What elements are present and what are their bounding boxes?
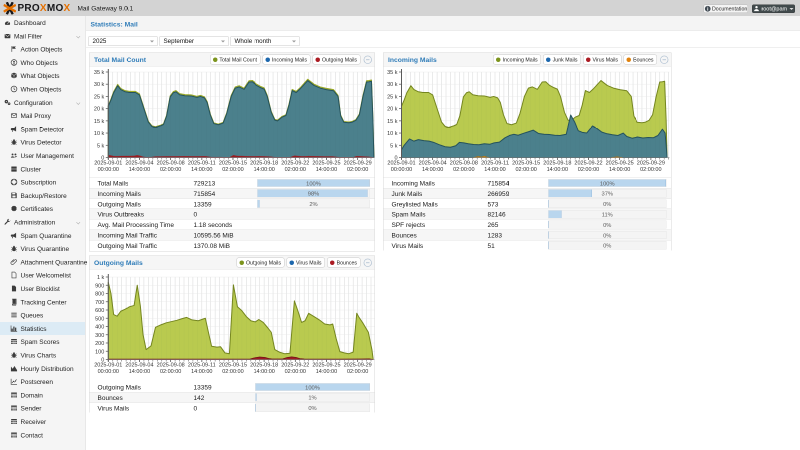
svg-text:2025-09-01: 2025-09-01: [94, 160, 122, 166]
svg-text:02:00:00: 02:00:00: [578, 166, 599, 172]
svg-text:2025-09-22: 2025-09-22: [281, 362, 309, 368]
svg-text:200: 200: [95, 340, 104, 346]
svg-text:2025-09-08: 2025-09-08: [157, 362, 185, 368]
svg-text:02:00:00: 02:00:00: [640, 166, 661, 172]
svg-text:14:00:00: 14:00:00: [253, 368, 274, 374]
svg-text:02:00:00: 02:00:00: [347, 368, 368, 374]
svg-text:14:00:00: 14:00:00: [191, 166, 212, 172]
svg-text:2025-09-15: 2025-09-15: [219, 160, 247, 166]
svg-text:2025-09-22: 2025-09-22: [574, 160, 602, 166]
svg-text:25 k: 25 k: [94, 93, 105, 99]
svg-text:00:00:00: 00:00:00: [98, 166, 119, 172]
svg-text:14:00:00: 14:00:00: [484, 166, 505, 172]
svg-text:15 k: 15 k: [387, 118, 398, 124]
svg-text:300: 300: [95, 332, 104, 338]
svg-text:14:00:00: 14:00:00: [316, 368, 337, 374]
svg-text:02:00:00: 02:00:00: [515, 166, 536, 172]
svg-text:02:00:00: 02:00:00: [222, 166, 243, 172]
svg-text:2025-09-29: 2025-09-29: [344, 362, 372, 368]
svg-text:2025-09-22: 2025-09-22: [281, 160, 309, 166]
svg-text:14:00:00: 14:00:00: [316, 166, 337, 172]
svg-text:2025-09-04: 2025-09-04: [125, 362, 153, 368]
svg-text:2025-09-11: 2025-09-11: [481, 160, 509, 166]
svg-text:2025-09-25: 2025-09-25: [606, 160, 634, 166]
svg-text:900: 900: [95, 282, 104, 288]
svg-text:500: 500: [95, 315, 104, 321]
svg-text:14:00:00: 14:00:00: [422, 166, 443, 172]
svg-text:14:00:00: 14:00:00: [191, 368, 212, 374]
svg-text:2025-09-01: 2025-09-01: [387, 160, 415, 166]
svg-text:2025-09-11: 2025-09-11: [188, 160, 216, 166]
svg-text:02:00:00: 02:00:00: [285, 368, 306, 374]
svg-text:02:00:00: 02:00:00: [222, 368, 243, 374]
svg-text:400: 400: [95, 324, 104, 330]
svg-text:2025-09-25: 2025-09-25: [312, 362, 340, 368]
svg-text:10 k: 10 k: [94, 130, 105, 136]
svg-text:1 k: 1 k: [97, 274, 105, 280]
svg-text:02:00:00: 02:00:00: [285, 166, 306, 172]
svg-text:02:00:00: 02:00:00: [453, 166, 474, 172]
svg-text:30 k: 30 k: [387, 81, 398, 87]
svg-text:14:00:00: 14:00:00: [547, 166, 568, 172]
svg-text:2025-09-08: 2025-09-08: [157, 160, 185, 166]
svg-text:15 k: 15 k: [94, 118, 105, 124]
svg-text:5 k: 5 k: [97, 142, 105, 148]
svg-text:2025-09-15: 2025-09-15: [512, 160, 540, 166]
svg-text:02:00:00: 02:00:00: [160, 166, 181, 172]
svg-text:35 k: 35 k: [387, 69, 398, 75]
svg-text:2025-09-01: 2025-09-01: [94, 362, 122, 368]
svg-text:10 k: 10 k: [387, 130, 398, 136]
svg-text:800: 800: [95, 291, 104, 297]
svg-text:14:00:00: 14:00:00: [129, 166, 150, 172]
svg-text:2025-09-18: 2025-09-18: [250, 160, 278, 166]
svg-text:30 k: 30 k: [94, 81, 105, 87]
svg-text:2025-09-04: 2025-09-04: [419, 160, 447, 166]
svg-text:00:00:00: 00:00:00: [391, 166, 412, 172]
svg-text:700: 700: [95, 299, 104, 305]
svg-text:25 k: 25 k: [387, 93, 398, 99]
svg-text:2025-09-29: 2025-09-29: [344, 160, 372, 166]
svg-text:600: 600: [95, 307, 104, 313]
svg-text:14:00:00: 14:00:00: [253, 166, 274, 172]
svg-text:2025-09-18: 2025-09-18: [250, 362, 278, 368]
svg-text:20 k: 20 k: [94, 106, 105, 112]
svg-text:2025-09-11: 2025-09-11: [188, 362, 216, 368]
svg-text:14:00:00: 14:00:00: [129, 368, 150, 374]
svg-text:20 k: 20 k: [387, 106, 398, 112]
svg-text:02:00:00: 02:00:00: [160, 368, 181, 374]
svg-text:2025-09-25: 2025-09-25: [312, 160, 340, 166]
svg-text:2025-09-04: 2025-09-04: [125, 160, 153, 166]
svg-text:14:00:00: 14:00:00: [609, 166, 630, 172]
svg-text:00:00:00: 00:00:00: [98, 368, 119, 374]
svg-text:2025-09-08: 2025-09-08: [450, 160, 478, 166]
svg-text:35 k: 35 k: [94, 69, 105, 75]
svg-text:2025-09-18: 2025-09-18: [543, 160, 571, 166]
svg-text:2025-09-29: 2025-09-29: [637, 160, 665, 166]
svg-text:100: 100: [95, 348, 104, 354]
svg-text:5 k: 5 k: [390, 142, 398, 148]
svg-text:2025-09-15: 2025-09-15: [219, 362, 247, 368]
svg-text:02:00:00: 02:00:00: [347, 166, 368, 172]
